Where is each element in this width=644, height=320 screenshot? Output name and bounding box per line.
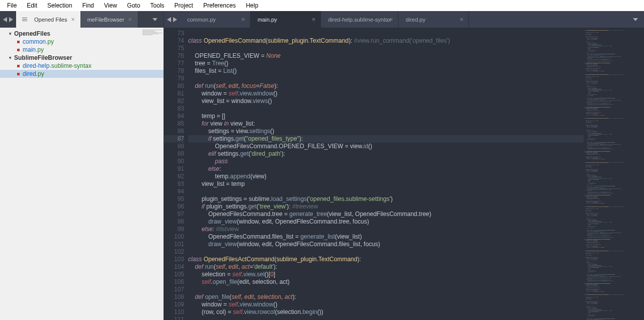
line-number[interactable]: 99 <box>164 226 184 233</box>
code-line[interactable] <box>188 316 584 320</box>
line-number[interactable]: 83 <box>164 105 184 113</box>
tree-file[interactable]: common.py <box>0 38 164 46</box>
line-number[interactable]: 92 <box>164 173 184 180</box>
line-number[interactable]: 80 <box>164 82 184 90</box>
code-line[interactable]: class OpenedFilesActCommand(sublime_plug… <box>188 256 584 263</box>
editor-tab-1[interactable]: main.py× <box>251 11 321 28</box>
code-line[interactable]: def open_file(self, edit, selection, act… <box>188 293 584 301</box>
line-number[interactable]: 94 <box>164 188 184 195</box>
editor-nav-arrows[interactable] <box>164 11 180 28</box>
code-line[interactable]: self.open_file(edit, selection, act) <box>188 278 584 286</box>
line-number[interactable]: 101 <box>164 241 184 248</box>
line-number[interactable]: 73 <box>164 30 184 37</box>
line-number[interactable]: 103 <box>164 256 184 263</box>
code-line[interactable] <box>188 75 584 82</box>
code-line[interactable]: def run(self, edit, focus=False): <box>188 82 584 90</box>
menu-item-goto[interactable]: Goto <box>122 1 145 10</box>
editor-tab-2[interactable]: dired-help.sublime-syntax× <box>321 11 398 28</box>
line-number[interactable]: 111 <box>164 316 184 320</box>
code-line[interactable]: temp = [] <box>188 113 584 120</box>
code-line[interactable]: for view in view_list: <box>188 120 584 128</box>
line-number[interactable]: 91 <box>164 165 184 173</box>
menu-item-view[interactable]: View <box>99 1 122 10</box>
code-line[interactable] <box>188 30 584 37</box>
code-line[interactable] <box>188 188 584 195</box>
tree-file[interactable]: main.py <box>0 46 164 54</box>
line-number-gutter[interactable]: 7374757677787980818283848586878889909192… <box>164 28 188 320</box>
code-line[interactable]: files_list = List() <box>188 67 584 75</box>
code-line[interactable]: def run(self, edit, act='default'): <box>188 263 584 271</box>
code-editor[interactable]: class OpenedFilesCommand(sublime_plugin.… <box>188 28 584 320</box>
menu-item-find[interactable]: Find <box>77 1 99 10</box>
code-line[interactable]: temp.append(view) <box>188 173 584 180</box>
line-number[interactable]: 105 <box>164 271 184 278</box>
line-number[interactable]: 109 <box>164 301 184 308</box>
code-line[interactable]: view_list = window.views() <box>188 97 584 105</box>
close-icon[interactable]: × <box>71 16 74 23</box>
line-number[interactable]: 96 <box>164 203 184 210</box>
sidebar-tab-menu[interactable] <box>146 11 164 28</box>
code-line[interactable]: tree = Tree() <box>188 60 584 67</box>
line-number[interactable]: 85 <box>164 120 184 128</box>
tree-file[interactable]: dired.py <box>0 70 164 78</box>
menu-item-selection[interactable]: Selection <box>42 1 77 10</box>
line-number[interactable]: 104 <box>164 263 184 271</box>
line-number[interactable]: 81 <box>164 90 184 97</box>
menu-item-edit[interactable]: Edit <box>22 1 42 10</box>
line-number[interactable]: 90 <box>164 158 184 165</box>
code-line[interactable]: else: <box>188 165 584 173</box>
code-line[interactable]: selection = self.view.sel()[0] <box>188 271 584 278</box>
editor-tab-0[interactable]: common.py× <box>180 11 251 28</box>
menu-item-preferences[interactable]: Preferences <box>198 1 241 10</box>
code-line[interactable]: OPENED_FILES_VIEW = None <box>188 52 584 60</box>
code-line[interactable]: pass <box>188 158 584 165</box>
line-number[interactable]: 74 <box>164 37 184 45</box>
menu-item-project[interactable]: Project <box>170 1 198 10</box>
editor-tab-menu[interactable] <box>627 11 644 28</box>
code-line[interactable]: if plugin_settings.get('tree_view'): #tr… <box>188 203 584 210</box>
tree-folder[interactable]: ▾OpenedFiles <box>0 30 164 38</box>
line-number[interactable]: 108 <box>164 293 184 301</box>
tree-folder[interactable]: ▾SublimeFileBrowser <box>0 54 164 62</box>
tree-file[interactable]: dired-help.sublime-syntax <box>0 62 164 70</box>
line-number[interactable]: 77 <box>164 60 184 67</box>
line-number[interactable]: 106 <box>164 278 184 286</box>
line-number[interactable]: 110 <box>164 308 184 316</box>
code-line[interactable]: class OpenedFilesCommand(sublime_plugin.… <box>188 37 584 45</box>
code-line[interactable]: OpenedFilesCommand.tree = generate_tree(… <box>188 210 584 218</box>
close-icon[interactable]: × <box>311 16 315 23</box>
line-number[interactable]: 82 <box>164 97 184 105</box>
code-line[interactable]: if settings.get("opened_files_type"): <box>188 135 584 143</box>
code-line[interactable]: window = self.view.window() <box>188 301 584 308</box>
line-number[interactable]: 75 <box>164 45 184 52</box>
line-number[interactable]: 93 <box>164 180 184 188</box>
code-line[interactable] <box>188 45 584 52</box>
code-line[interactable] <box>188 286 584 293</box>
code-line[interactable] <box>188 105 584 113</box>
line-number[interactable]: 79 <box>164 75 184 82</box>
line-number[interactable]: 88 <box>164 143 184 150</box>
code-line[interactable]: else: #listview <box>188 226 584 233</box>
code-line[interactable]: OpenedFilesCommand.OPENED_FILES_VIEW = v… <box>188 143 584 150</box>
code-line[interactable]: plugin_settings = sublime.load_settings(… <box>188 195 584 203</box>
menu-item-help[interactable]: Help <box>241 1 264 10</box>
menu-item-file[interactable]: File <box>2 1 22 10</box>
code-line[interactable]: OpenedFilesCommand.files_list = generate… <box>188 233 584 241</box>
menu-item-tools[interactable]: Tools <box>145 1 170 10</box>
close-icon[interactable]: × <box>241 16 245 23</box>
code-line[interactable]: elif settings.get('dired_path'): <box>188 150 584 158</box>
line-number[interactable]: 98 <box>164 218 184 226</box>
line-number[interactable]: 107 <box>164 286 184 293</box>
close-icon[interactable]: × <box>389 16 393 23</box>
sidebar-nav-arrows[interactable] <box>0 11 16 28</box>
line-number[interactable]: 87 <box>164 135 184 143</box>
editor-tab-3[interactable]: dired.py× <box>398 11 469 28</box>
sidebar-tab-0[interactable]: Opened Files× <box>16 11 81 28</box>
code-line[interactable] <box>188 248 584 256</box>
close-icon[interactable]: × <box>460 16 464 23</box>
code-line[interactable]: draw_view(window, edit, OpenedFilesComma… <box>188 241 584 248</box>
line-number[interactable]: 89 <box>164 150 184 158</box>
line-number[interactable]: 84 <box>164 113 184 120</box>
line-number[interactable]: 100 <box>164 233 184 241</box>
code-line[interactable]: (row, col) = self.view.rowcol(selection.… <box>188 308 584 316</box>
